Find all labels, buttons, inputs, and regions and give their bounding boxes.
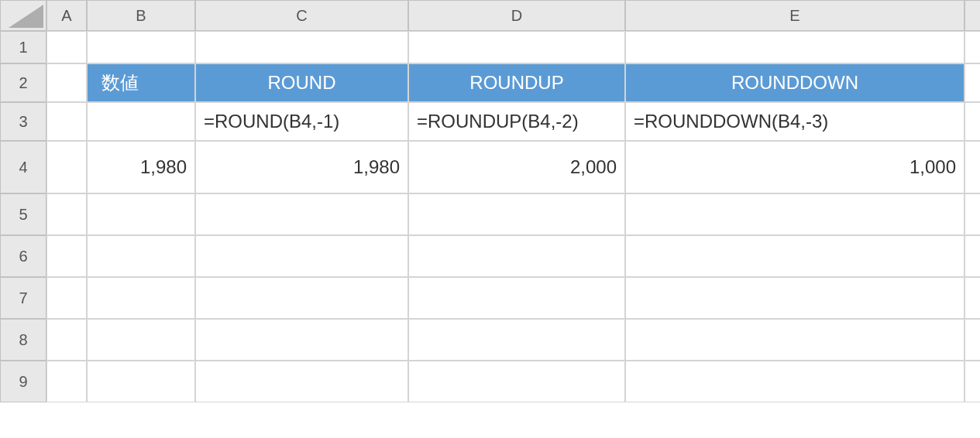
spreadsheet-grid[interactable]: A B C D E 1 2 数値 ROUND ROUNDUP ROUNDDOWN… xyxy=(0,0,980,402)
cell-A8[interactable] xyxy=(46,319,87,361)
cell-B1[interactable] xyxy=(87,31,195,63)
cell-E7[interactable] xyxy=(625,277,965,319)
row-header-3[interactable]: 3 xyxy=(0,102,46,141)
row-header-9[interactable]: 9 xyxy=(0,361,46,402)
cell-A3[interactable] xyxy=(46,102,87,141)
cell-B9[interactable] xyxy=(87,361,195,402)
cell-F4[interactable] xyxy=(965,141,980,193)
row-header-5[interactable]: 5 xyxy=(0,193,46,235)
cell-B3[interactable] xyxy=(87,102,195,141)
row-header-6[interactable]: 6 xyxy=(0,235,46,277)
cell-C3[interactable]: =ROUND(B4,-1) xyxy=(195,102,408,141)
cell-E2[interactable]: ROUNDDOWN xyxy=(625,63,965,102)
cell-F7[interactable] xyxy=(965,277,980,319)
cell-F1[interactable] xyxy=(965,31,980,63)
cell-F2[interactable] xyxy=(965,63,980,102)
cell-B8[interactable] xyxy=(87,319,195,361)
cell-E5[interactable] xyxy=(625,193,965,235)
cell-D5[interactable] xyxy=(408,193,625,235)
cell-D2[interactable]: ROUNDUP xyxy=(408,63,625,102)
col-header-E[interactable]: E xyxy=(625,0,965,31)
col-header-A[interactable]: A xyxy=(46,0,87,31)
cell-F6[interactable] xyxy=(965,235,980,277)
cell-A7[interactable] xyxy=(46,277,87,319)
cell-D8[interactable] xyxy=(408,319,625,361)
cell-B7[interactable] xyxy=(87,277,195,319)
col-header-C[interactable]: C xyxy=(195,0,408,31)
cell-E6[interactable] xyxy=(625,235,965,277)
cell-B4[interactable]: 1,980 xyxy=(87,141,195,193)
cell-C1[interactable] xyxy=(195,31,408,63)
cell-D4[interactable]: 2,000 xyxy=(408,141,625,193)
cell-D6[interactable] xyxy=(408,235,625,277)
cell-A9[interactable] xyxy=(46,361,87,402)
cell-C8[interactable] xyxy=(195,319,408,361)
cell-F3[interactable] xyxy=(965,102,980,141)
col-header-B[interactable]: B xyxy=(87,0,195,31)
cell-A1[interactable] xyxy=(46,31,87,63)
cell-C9[interactable] xyxy=(195,361,408,402)
cell-D9[interactable] xyxy=(408,361,625,402)
cell-F9[interactable] xyxy=(965,361,980,402)
cell-B5[interactable] xyxy=(87,193,195,235)
cell-C6[interactable] xyxy=(195,235,408,277)
cell-A6[interactable] xyxy=(46,235,87,277)
cell-E3[interactable]: =ROUNDDOWN(B4,-3) xyxy=(625,102,965,141)
row-header-4[interactable]: 4 xyxy=(0,141,46,193)
cell-C4[interactable]: 1,980 xyxy=(195,141,408,193)
cell-B6[interactable] xyxy=(87,235,195,277)
cell-E4[interactable]: 1,000 xyxy=(625,141,965,193)
cell-A5[interactable] xyxy=(46,193,87,235)
cell-D7[interactable] xyxy=(408,277,625,319)
row-header-1[interactable]: 1 xyxy=(0,31,46,63)
cell-C7[interactable] xyxy=(195,277,408,319)
col-header-D[interactable]: D xyxy=(408,0,625,31)
select-all-corner[interactable] xyxy=(0,0,46,31)
cell-E8[interactable] xyxy=(625,319,965,361)
cell-C5[interactable] xyxy=(195,193,408,235)
row-header-8[interactable]: 8 xyxy=(0,319,46,361)
cell-A2[interactable] xyxy=(46,63,87,102)
cell-F8[interactable] xyxy=(965,319,980,361)
row-header-7[interactable]: 7 xyxy=(0,277,46,319)
cell-E9[interactable] xyxy=(625,361,965,402)
cell-F5[interactable] xyxy=(965,193,980,235)
row-header-2[interactable]: 2 xyxy=(0,63,46,102)
cell-D3[interactable]: =ROUNDUP(B4,-2) xyxy=(408,102,625,141)
col-header-spill[interactable] xyxy=(965,0,980,31)
cell-B2[interactable]: 数値 xyxy=(87,63,195,102)
cell-A4[interactable] xyxy=(46,141,87,193)
cell-D1[interactable] xyxy=(408,31,625,63)
cell-C2[interactable]: ROUND xyxy=(195,63,408,102)
cell-E1[interactable] xyxy=(625,31,965,63)
